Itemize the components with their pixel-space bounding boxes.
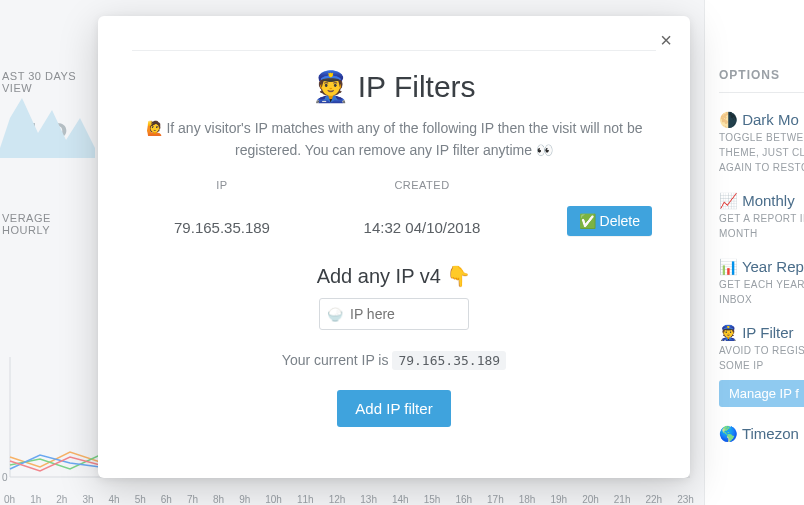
- cell-created: 14:32 04/10/2018: [312, 219, 532, 236]
- delete-label: Delete: [600, 213, 640, 229]
- input-icon: 🍚: [327, 307, 343, 322]
- modal-description: 🙋 If any visitor's IP matches with any o…: [139, 118, 649, 161]
- divider: [132, 50, 656, 51]
- current-ip-line: Your current IP is 79.165.35.189: [132, 352, 656, 368]
- th-ip: IP: [132, 179, 312, 191]
- th-created: CREATED: [312, 179, 532, 191]
- add-ip-heading: Add any IP v4 👇: [132, 264, 656, 288]
- check-icon: ✅: [579, 213, 596, 229]
- modal-title-text: IP Filters: [358, 70, 476, 103]
- delete-button[interactable]: ✅ Delete: [567, 206, 652, 236]
- close-icon[interactable]: ×: [660, 30, 672, 50]
- police-icon: 👮: [312, 70, 349, 103]
- table-row: 79.165.35.189 14:32 04/10/2018 ✅ Delete: [132, 205, 656, 236]
- modal-overlay: × 👮 IP Filters 🙋 If any visitor's IP mat…: [0, 0, 804, 505]
- cell-ip: 79.165.35.189: [132, 219, 312, 236]
- ip-filters-modal: × 👮 IP Filters 🙋 If any visitor's IP mat…: [98, 16, 690, 478]
- current-ip-value: 79.165.35.189: [392, 351, 506, 370]
- current-ip-label: Your current IP is: [282, 352, 389, 368]
- modal-title: 👮 IP Filters: [132, 69, 656, 104]
- filters-header-row: IP CREATED: [132, 179, 656, 191]
- add-ip-filter-button[interactable]: Add IP filter: [337, 390, 450, 427]
